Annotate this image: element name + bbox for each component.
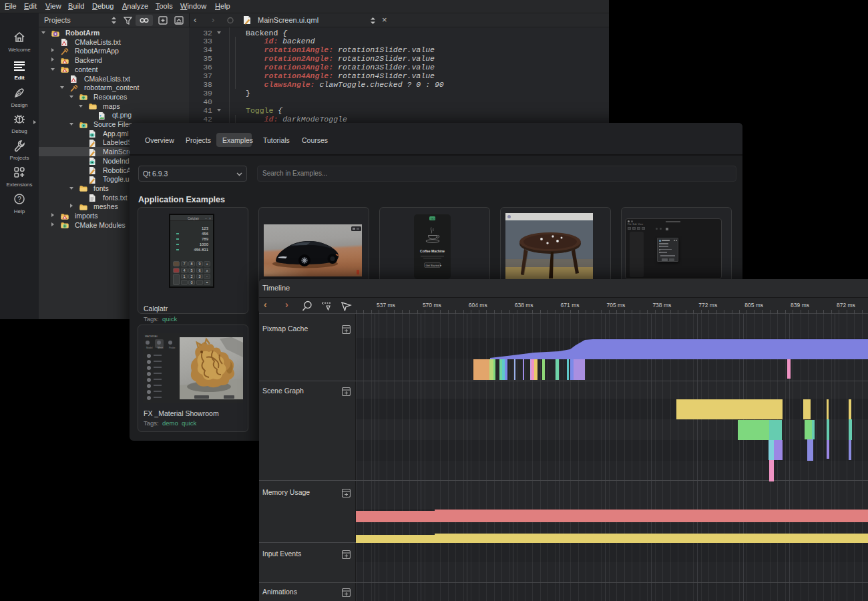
svg-text:?: ? [17, 196, 21, 203]
